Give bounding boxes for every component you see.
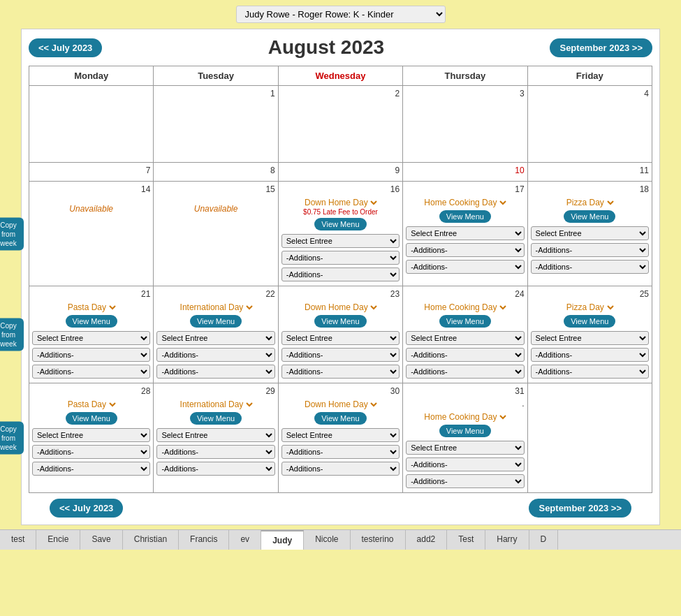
view-menu-btn[interactable]: View Menu bbox=[564, 210, 615, 223]
tab-nicole[interactable]: Nicole bbox=[304, 530, 350, 550]
tab-judy[interactable]: Judy bbox=[261, 530, 304, 550]
additions-dropdown-2[interactable]: -Additions- bbox=[531, 365, 649, 379]
day-cell-0-0 bbox=[29, 86, 154, 163]
additions-dropdown-2[interactable]: -Additions- bbox=[406, 260, 524, 274]
meal-name-select[interactable]: Down Home Day bbox=[302, 197, 379, 208]
meal-name-row: International Day bbox=[156, 302, 274, 313]
additions-dropdown-1[interactable]: -Additions- bbox=[406, 457, 524, 471]
copy-from-week-btn-3[interactable]: Copy from week bbox=[0, 318, 24, 351]
additions-dropdown-1[interactable]: -Additions- bbox=[32, 348, 150, 362]
tab-ev[interactable]: ev bbox=[229, 530, 261, 550]
tab-francis[interactable]: Francis bbox=[179, 530, 229, 550]
select-entree-dropdown[interactable]: Select Entree bbox=[156, 428, 274, 442]
additions-dropdown-1[interactable]: -Additions- bbox=[406, 243, 524, 257]
tab-testerino[interactable]: testerino bbox=[351, 530, 406, 550]
meal-name-select[interactable]: Pizza Day bbox=[564, 302, 616, 313]
meal-name-select[interactable]: Home Cooking Day bbox=[421, 302, 508, 313]
meal-name-select[interactable]: Down Home Day bbox=[302, 399, 379, 410]
student-dropdown[interactable]: Judy Rowe - Roger Rowe: K - Kinder bbox=[236, 6, 446, 23]
meal-name-row: Home Cooking Day bbox=[406, 302, 524, 313]
additions-dropdown-2[interactable]: -Additions- bbox=[406, 474, 524, 488]
additions-dropdown-2[interactable]: -Additions- bbox=[32, 462, 150, 476]
additions-dropdown-1[interactable]: -Additions- bbox=[406, 348, 524, 362]
meal-name-select[interactable]: Down Home Day bbox=[302, 302, 379, 313]
tab-add2[interactable]: add2 bbox=[406, 530, 448, 550]
prev-month-btn[interactable]: << July 2023 bbox=[29, 38, 102, 57]
meal-name-select[interactable]: Pasta Day bbox=[65, 302, 118, 313]
col-monday: Monday bbox=[29, 66, 154, 86]
tab-harry[interactable]: Harry bbox=[485, 530, 529, 550]
additions-dropdown-1[interactable]: -Additions- bbox=[281, 251, 400, 265]
view-menu-btn[interactable]: View Menu bbox=[314, 218, 366, 230]
tab-christian[interactable]: Christian bbox=[123, 530, 179, 550]
view-menu-btn[interactable]: View Menu bbox=[190, 412, 242, 425]
meal-name-select[interactable]: Pizza Day bbox=[564, 197, 616, 208]
copy-from-week-btn-4[interactable]: Copy from week bbox=[0, 422, 24, 455]
day-cell-3-3: 24Home Cooking DayView MenuSelect Entree… bbox=[403, 286, 527, 383]
meal-name-select[interactable]: Pasta Day bbox=[65, 399, 118, 410]
tab-test[interactable]: test bbox=[0, 530, 36, 550]
tab-save[interactable]: Save bbox=[80, 530, 122, 550]
view-menu-btn[interactable]: View Menu bbox=[439, 315, 491, 328]
tab-d[interactable]: D bbox=[529, 530, 559, 550]
select-entree-dropdown[interactable]: Select Entree bbox=[531, 226, 649, 240]
view-menu-btn[interactable]: View Menu bbox=[439, 210, 491, 223]
prev-month-btn-bottom[interactable]: << July 2023 bbox=[50, 499, 123, 518]
col-tuesday: Tuesday bbox=[154, 66, 278, 86]
additions-dropdown-2[interactable]: -Additions- bbox=[531, 260, 649, 274]
additions-dropdown-2[interactable]: -Additions- bbox=[32, 365, 150, 379]
select-entree-dropdown[interactable]: Select Entree bbox=[531, 331, 649, 345]
additions-dropdown-1[interactable]: -Additions- bbox=[531, 348, 649, 362]
additions-dropdown-1[interactable]: -Additions- bbox=[156, 445, 274, 459]
additions-dropdown-2[interactable]: -Additions- bbox=[281, 462, 400, 476]
meal-name-select[interactable]: International Day bbox=[177, 399, 255, 410]
day-number: 11 bbox=[531, 166, 649, 175]
day-cell-2-3: 17Home Cooking DayView MenuSelect Entree… bbox=[403, 182, 527, 286]
meal-name-select[interactable]: Home Cooking Day bbox=[421, 197, 508, 208]
day-number: 9 bbox=[281, 166, 400, 175]
copy-from-week-btn-2[interactable]: Copy from week bbox=[0, 217, 24, 250]
view-menu-btn[interactable]: View Menu bbox=[564, 315, 615, 328]
day-cell-2-1: 15Unavailable bbox=[154, 182, 278, 286]
meal-name-select[interactable]: Home Cooking Day bbox=[421, 411, 508, 423]
view-menu-btn[interactable]: View Menu bbox=[314, 412, 366, 425]
day-cell-4-3: 31.Home Cooking DayView MenuSelect Entre… bbox=[403, 383, 527, 493]
tab-encie[interactable]: Encie bbox=[36, 530, 80, 550]
meal-name-select[interactable]: International Day bbox=[177, 302, 255, 313]
additions-dropdown-1[interactable]: -Additions- bbox=[32, 445, 150, 459]
additions-dropdown-1[interactable]: -Additions- bbox=[156, 348, 274, 362]
additions-dropdown-2[interactable]: -Additions- bbox=[156, 365, 274, 379]
additions-dropdown-1[interactable]: -Additions- bbox=[281, 348, 400, 362]
day-number: 23 bbox=[281, 289, 400, 299]
select-entree-dropdown[interactable]: Select Entree bbox=[406, 226, 524, 240]
view-menu-btn[interactable]: View Menu bbox=[190, 315, 242, 328]
additions-dropdown-1[interactable]: -Additions- bbox=[531, 243, 649, 257]
day-dot: . bbox=[406, 399, 524, 409]
additions-dropdown-2[interactable]: -Additions- bbox=[156, 462, 274, 476]
tab-test[interactable]: Test bbox=[447, 530, 485, 550]
additions-dropdown-1[interactable]: -Additions- bbox=[281, 445, 400, 459]
select-entree-dropdown[interactable]: Select Entree bbox=[32, 331, 150, 345]
day-number: 7 bbox=[32, 166, 150, 175]
view-menu-btn[interactable]: View Menu bbox=[66, 412, 117, 425]
additions-dropdown-2[interactable]: -Additions- bbox=[281, 267, 400, 281]
additions-dropdown-2[interactable]: -Additions- bbox=[281, 365, 400, 379]
next-month-btn[interactable]: September 2023 >> bbox=[550, 38, 652, 57]
select-entree-dropdown[interactable]: Select Entree bbox=[281, 428, 400, 442]
view-menu-btn[interactable]: View Menu bbox=[66, 315, 117, 328]
view-menu-btn[interactable]: View Menu bbox=[314, 315, 366, 328]
week-row-3: Copy from week21Pasta DayView MenuSelect… bbox=[29, 286, 652, 383]
col-friday: Friday bbox=[527, 66, 652, 86]
select-entree-dropdown[interactable]: Select Entree bbox=[156, 331, 274, 345]
select-entree-dropdown[interactable]: Select Entree bbox=[32, 428, 150, 442]
select-entree-dropdown[interactable]: Select Entree bbox=[281, 331, 400, 345]
view-menu-btn[interactable]: View Menu bbox=[439, 425, 491, 437]
meal-name-row: Pizza Day bbox=[531, 197, 649, 208]
select-entree-dropdown[interactable]: Select Entree bbox=[281, 234, 400, 248]
additions-dropdown-2[interactable]: -Additions- bbox=[406, 365, 524, 379]
select-entree-dropdown[interactable]: Select Entree bbox=[406, 331, 524, 345]
week-row-2: Copy from week14Unavailable15Unavailable… bbox=[29, 182, 652, 286]
day-cell-3-2: 23Down Home DayView MenuSelect Entree-Ad… bbox=[278, 286, 402, 383]
select-entree-dropdown[interactable]: Select Entree bbox=[406, 441, 524, 455]
next-month-btn-bottom[interactable]: September 2023 >> bbox=[529, 499, 631, 518]
